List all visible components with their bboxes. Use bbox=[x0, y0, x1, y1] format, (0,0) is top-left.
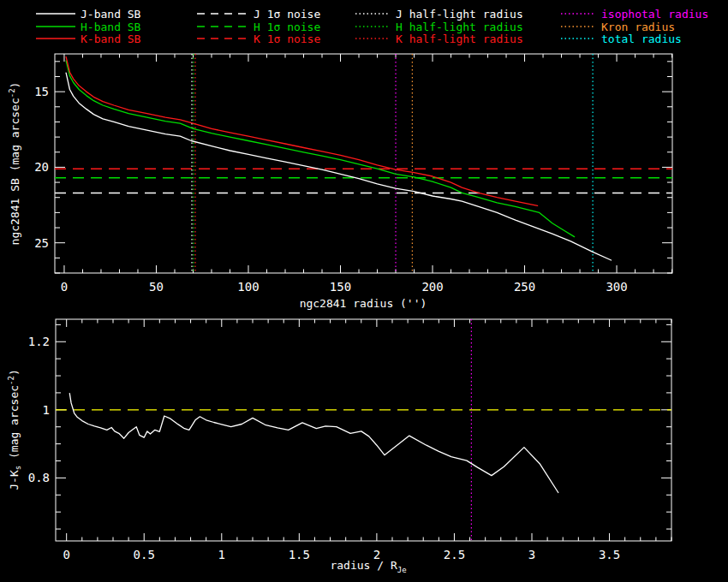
color-profile-y-tick-label: 1 bbox=[43, 403, 50, 417]
legend-item-j-1-noise: J 1σ noise bbox=[197, 8, 320, 21]
sb-profile-x-tick-label: 50 bbox=[149, 280, 164, 294]
sb-profile-x-tick-label: 100 bbox=[237, 280, 259, 294]
total-radius-label: total radius bbox=[601, 33, 682, 45]
legend-item-kron-radius: Kron radius bbox=[561, 21, 675, 33]
bottom-x-axis-title-text: radius / R bbox=[330, 559, 397, 572]
legend: J-band SBH-band SBK-band SBJ 1σ noiseH 1… bbox=[36, 8, 708, 45]
bottom-y-axis-title-sub: s bbox=[14, 466, 22, 470]
plots-canvas: J-band SBH-band SBK-band SBJ 1σ noiseH 1… bbox=[0, 0, 728, 582]
sb-profile-x-tick-label: 250 bbox=[514, 280, 535, 294]
k-1-noise-label: K 1σ noise bbox=[254, 33, 320, 45]
legend-item-total-radius: total radius bbox=[561, 33, 682, 45]
legend-item-h-half-light-radius: H half-light radius bbox=[355, 21, 523, 33]
sb-profile-y-tick-label: 20 bbox=[34, 160, 49, 174]
k-band-sb-label: K-band SB bbox=[81, 33, 141, 45]
curve-j-ks-color bbox=[69, 394, 558, 493]
curve-j-band-sb bbox=[66, 73, 612, 260]
sb-profile-axis-ticks bbox=[55, 54, 672, 273]
sb-profile-x-tick-label: 0 bbox=[61, 280, 68, 294]
color-profile-x-tick-label: 1.5 bbox=[289, 548, 310, 561]
color-profile-axis-ticks bbox=[56, 319, 671, 541]
color-profile-x-tick-label: 0 bbox=[63, 548, 69, 561]
sb-profile-plot-box bbox=[55, 54, 672, 273]
color-profile-y-tick-label: 0.8 bbox=[28, 471, 50, 484]
color-profile-plot: 00.511.522.533.51.210.8 bbox=[28, 319, 671, 561]
bottom-y-axis-title: J-Ks (mag arcsec-2) bbox=[7, 369, 23, 490]
legend-item-h-1-noise: H 1σ noise bbox=[197, 21, 320, 33]
legend-item-j-band-sb: J-band SB bbox=[36, 8, 141, 21]
top-y-axis-title: ngc2841 SB (mag arcsec-2) bbox=[8, 82, 21, 246]
bottom-y-axis-title-mid: (mag arcsec bbox=[8, 385, 21, 466]
top-x-axis-title: ngc2841 radius ('') bbox=[300, 297, 427, 310]
top-y-axis-title-post: ) bbox=[9, 82, 21, 89]
sb-profile-x-tick-label: 300 bbox=[606, 280, 627, 294]
isophotal-radius-label: isophotal radius bbox=[601, 8, 708, 21]
bottom-y-axis-title-sup: -2 bbox=[7, 376, 15, 385]
top-y-axis-title-sup: -2 bbox=[8, 88, 16, 98]
j-half-light-radius-label: J half-light radius bbox=[396, 8, 523, 21]
color-profile-x-tick-label: 3 bbox=[528, 548, 535, 561]
color-profile-plot-box bbox=[56, 319, 671, 541]
astronomy-figure: J-band SBH-band SBK-band SBJ 1σ noiseH 1… bbox=[0, 0, 728, 582]
bottom-x-axis-title: radius / RJe bbox=[330, 559, 406, 574]
j-band-sb-label: J-band SB bbox=[81, 8, 141, 21]
bottom-y-axis-title-text: J-K bbox=[8, 470, 21, 490]
h-1-noise-label: H 1σ noise bbox=[254, 21, 320, 33]
legend-item-isophotal-radius: isophotal radius bbox=[561, 8, 708, 21]
color-profile-x-tick-label: 3.5 bbox=[599, 548, 620, 561]
top-x-axis-title-text: ngc2841 radius ('') bbox=[300, 297, 427, 310]
sb-profile-plot: 050100150200250300152025 bbox=[34, 54, 672, 294]
sb-profile-x-tick-label: 200 bbox=[421, 280, 443, 294]
curve-h-band-sb bbox=[66, 61, 575, 237]
kron-radius-label: Kron radius bbox=[601, 21, 675, 33]
sb-profile-y-tick-label: 15 bbox=[34, 85, 49, 98]
color-profile-x-tick-label: 0.5 bbox=[134, 548, 155, 561]
top-y-axis-title-text: ngc2841 SB (mag arcsec bbox=[9, 98, 21, 245]
color-profile-x-tick-label: 2.5 bbox=[444, 548, 465, 561]
j-1-noise-label: J 1σ noise bbox=[254, 8, 320, 21]
legend-item-k-band-sb: K-band SB bbox=[36, 33, 141, 45]
h-band-sb-label: H-band SB bbox=[81, 21, 141, 33]
legend-item-h-band-sb: H-band SB bbox=[36, 21, 141, 33]
curve-k-band-sb bbox=[66, 57, 538, 206]
k-half-light-radius-label: K half-light radius bbox=[396, 33, 523, 45]
legend-item-j-half-light-radius: J half-light radius bbox=[355, 8, 523, 21]
sb-profile-y-tick-label: 25 bbox=[34, 236, 49, 250]
legend-item-k-1-noise: K 1σ noise bbox=[197, 33, 320, 45]
sb-profile-x-tick-label: 150 bbox=[330, 280, 351, 294]
color-profile-y-tick-label: 1.2 bbox=[28, 335, 50, 348]
h-half-light-radius-label: H half-light radius bbox=[396, 21, 523, 33]
bottom-x-axis-title-sub: Je bbox=[397, 566, 407, 574]
bottom-y-axis-title-post: ) bbox=[8, 369, 21, 376]
legend-item-k-half-light-radius: K half-light radius bbox=[355, 33, 523, 45]
color-profile-x-tick-label: 1 bbox=[218, 548, 225, 561]
